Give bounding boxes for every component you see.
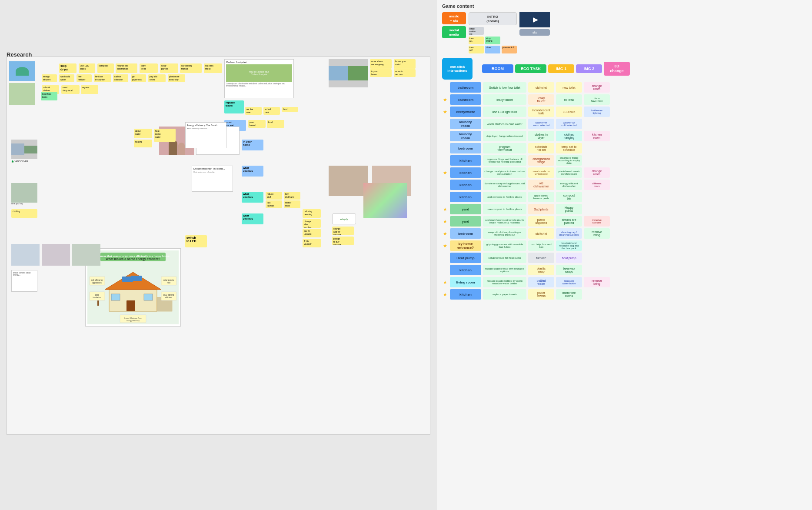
img2-cell-18: microfibrecloths [556, 289, 582, 300]
video-box[interactable] [519, 12, 550, 27]
sticky-about1: aboutwater [134, 129, 152, 138]
img1-cell-5: clothes indryer [528, 131, 554, 141]
img1-cell-2: leakyfaucet [528, 94, 554, 105]
svg-text:roof: roof [167, 282, 171, 284]
table-row: kitchen organize fridge and balance till… [442, 155, 807, 166]
vancouver-label: 🌲 VANCOUVER [11, 160, 28, 163]
table-row: ★ bathroom leaky faucet leakyfaucet no l… [442, 94, 807, 105]
img2-cell-12: shrubs areplanted [556, 216, 582, 227]
img-city3 [72, 244, 100, 266]
img-colourful [363, 183, 407, 218]
room-cell-12: yard [450, 216, 481, 227]
svg-text:insulation: insulation [93, 297, 101, 299]
table-row: bathroom Switch to low flow toilet old t… [442, 82, 807, 93]
svg-text:solar panels: solar panels [163, 279, 174, 281]
eco-cell-16: replace plastic wrap with reusable optio… [483, 265, 526, 275]
sticky-m3: food [282, 107, 298, 112]
img2-cell-2: no leak [556, 94, 582, 105]
sticky-land4: move tonet zero [394, 69, 416, 77]
svg-text:efficient: efficient [165, 297, 172, 299]
table-row: kitchen donate or swap old appliances, o… [442, 179, 807, 190]
svg-text:high efficiency: high efficiency [91, 279, 103, 281]
td3-cell-17: removebring [584, 277, 610, 287]
star-12: ★ [442, 219, 448, 224]
img-right-mid [329, 166, 368, 196]
bottom-spacer [437, 301, 812, 310]
table-row: laundryroom wash clothes in cold water w… [442, 118, 807, 130]
sticky-compost: compost [97, 63, 114, 73]
star-2: ★ [442, 97, 448, 103]
svg-rect-7 [111, 294, 120, 300]
sticky-cluster3: fastfashion [266, 200, 282, 208]
sticky-heat1: heatpumpwater [154, 129, 176, 142]
mini-idea-a4: chars [485, 46, 500, 53]
sticky-local-food: local fooditems [41, 92, 57, 100]
music-sfx-box[interactable]: music + sfx [442, 12, 466, 24]
sticky-sub7: pay billsonline [148, 74, 166, 82]
img2-cell-4: washer w/cold selected [556, 119, 582, 129]
col-header-img2: IMG 2 [576, 64, 602, 73]
room-cell-8: kitchen [450, 167, 481, 178]
svg-text:energy efficiency: energy efficiency [126, 320, 140, 322]
sticky-sub6: gopaperless [131, 74, 146, 82]
table-row: ★ bedroom swap old clothes, donating or … [442, 228, 807, 239]
star-3: ★ [442, 109, 448, 115]
table-row: ★ kitchen replace paper towels papertowe… [442, 289, 807, 300]
room-cell-6: bedroom [450, 143, 481, 153]
table-row: ★ everywhere use LED light bulb incandes… [442, 106, 807, 117]
img1-cell-16: plasticwrap [528, 265, 554, 275]
eco-cell-14: gripping groceries with reusable bag & b… [483, 240, 526, 251]
room-cell-11: yard [450, 204, 481, 214]
img2-cell-16: beeswaxwraps [556, 265, 582, 275]
game-top-middle: ideaa 1 storywriting ideaa 2 chars promo… [469, 37, 517, 53]
img-caption: what you buy [11, 203, 37, 205]
game-panel[interactable]: Game content music + sfx social media IN… [437, 0, 812, 510]
sticky-organic: organic [81, 85, 98, 94]
room-cell-9: kitchen [450, 180, 481, 190]
room-cell-5: laundryroom [450, 131, 481, 141]
sticky-what-buy: whatyou buy [242, 166, 263, 177]
social-media-box[interactable]: social media [442, 26, 466, 38]
img2-cell-6: temp set toschedule [556, 143, 582, 153]
sticky-in-home: in yourhome [242, 140, 263, 150]
img1-cell-9: olddishwasher [528, 180, 554, 190]
sticky-sub5: carbonselection [113, 74, 128, 82]
td3-cell-2: do tohave-here [584, 94, 610, 105]
star-18: ★ [442, 292, 448, 297]
eco-cell-15: setup furnace for heat pump [483, 253, 526, 263]
svg-text:appliances: appliances [92, 282, 102, 284]
star-17: ★ [442, 280, 448, 285]
img1-cell-1: old toilet [528, 82, 554, 93]
canvas-area[interactable]: skipdryer use LEDbulbs compost recycle o… [7, 57, 430, 435]
game-table: bathroom Switch to low flow toilet old t… [437, 81, 812, 301]
mini-idea-a2: storywriting [485, 37, 500, 44]
col-header-one-click: one-clickinteractions [442, 58, 473, 80]
wisply-logo: wisply [332, 213, 356, 224]
img2-cell-9: energy-efficient dishwasher [556, 180, 582, 190]
table-row: ★ yard add mulch/compost to help plants … [442, 216, 807, 227]
intro-box[interactable]: INTRO(comic) [469, 12, 517, 25]
sfx-box[interactable]: sfx [519, 29, 550, 36]
svg-rect-17 [90, 292, 105, 300]
sticky-skip-dryer: skipdryer [59, 63, 77, 73]
sticky-m1: we livenear [245, 107, 262, 115]
svg-rect-11 [131, 276, 142, 281]
mini-idea-a3: ideaa 2 [469, 46, 484, 53]
sticky-pledge: pledgeto buyyourself [332, 237, 354, 245]
img2-cell-3: LED bulb [556, 107, 582, 117]
sticky-cluster4: mattermost [284, 200, 300, 208]
eco-cell-9: donate or swap old appliances, old dishw… [483, 180, 526, 190]
sticky-what-you-buy2: whatyou buy [242, 213, 263, 224]
article-bottom: article content about energy... [11, 270, 37, 292]
img1-cell-13: old tshirt [528, 228, 554, 239]
table-row: Heat pump setup furnace for heat pump fu… [442, 252, 807, 263]
room-cell-2: bathroom [450, 94, 481, 105]
eco-cell-4: wash clothes in cold water [483, 119, 526, 129]
svg-text:Energy Efficiency, Pro...: Energy Efficiency, Pro... [124, 317, 142, 319]
td3-cell-12: invasivespecies [584, 216, 610, 227]
col-header-3d: 3Dchange [604, 62, 630, 76]
room-cell-13: bedroom [450, 228, 481, 239]
eco-cell-11: use compost to fertilize plants [483, 204, 526, 214]
sticky-land3: in yourhome [370, 69, 392, 77]
svg-rect-6 [126, 300, 135, 311]
